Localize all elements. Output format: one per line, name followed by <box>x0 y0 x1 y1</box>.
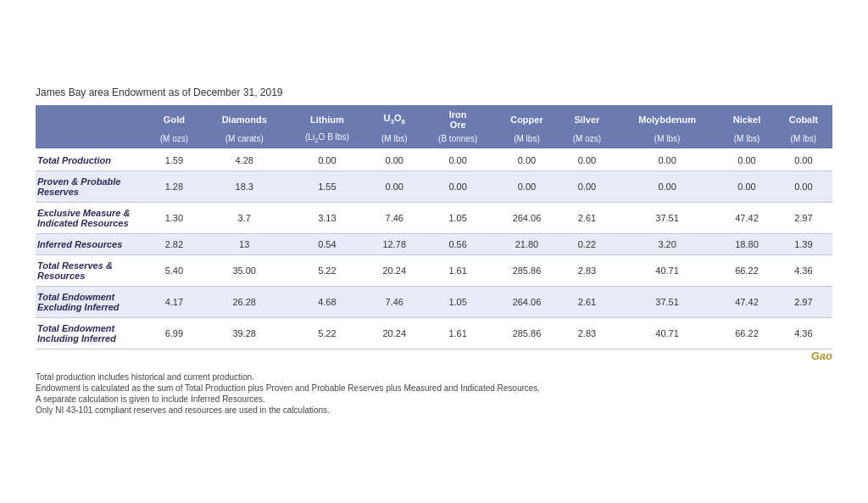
row-label-3: Inferred Resources <box>36 234 146 255</box>
cell-1-0: 1.28 <box>146 171 203 203</box>
row-label-0: Total Production <box>36 149 146 171</box>
gao-logo: Gao <box>36 349 832 362</box>
cell-4-2: 5.22 <box>287 255 368 287</box>
cell-2-1: 3.7 <box>203 203 287 234</box>
row-label-5: Total Endowment Excluding Inferred <box>36 287 146 318</box>
cell-0-1: 4.28 <box>203 149 287 171</box>
cell-3-6: 0.22 <box>559 234 615 255</box>
cell-2-3: 7.46 <box>368 203 420 234</box>
cell-6-3: 20.24 <box>368 318 420 349</box>
cell-0-6: 0.00 <box>559 149 615 171</box>
cell-5-2: 4.68 <box>287 287 368 318</box>
cell-3-8: 18.80 <box>719 234 774 255</box>
header-molybdenum: Molybdenum <box>615 105 720 131</box>
footnote-4: Only NI 43-101 compliant reserves and re… <box>36 405 832 415</box>
cell-6-6: 2.83 <box>559 318 615 349</box>
cell-1-8: 0.00 <box>719 171 774 203</box>
header-nickel: Nickel <box>719 105 774 131</box>
footnote-1: Total production includes historical and… <box>36 372 832 382</box>
header-unit-nickel: (M lbs) <box>719 131 774 149</box>
cell-5-3: 7.46 <box>368 287 420 318</box>
cell-3-9: 1.39 <box>775 234 832 255</box>
header-cobalt: Cobalt <box>775 105 832 131</box>
cell-1-7: 0.00 <box>615 171 720 203</box>
header-unit-molybdenum: (M lbs) <box>615 131 720 149</box>
cell-0-3: 0.00 <box>368 149 420 171</box>
cell-4-4: 1.61 <box>420 255 494 287</box>
cell-3-5: 21.80 <box>495 234 559 255</box>
cell-4-7: 40.71 <box>615 255 720 287</box>
cell-1-3: 0.00 <box>368 171 420 203</box>
header-copper: Copper <box>495 105 559 131</box>
cell-2-4: 1.05 <box>420 203 494 234</box>
footnote-section: Total production includes historical and… <box>36 372 832 415</box>
cell-0-0: 1.59 <box>146 149 203 171</box>
cell-1-9: 0.00 <box>775 171 832 203</box>
table-row: Total Reserves & Resources5.4035.005.222… <box>36 255 832 287</box>
cell-5-1: 26.28 <box>203 287 287 318</box>
cell-2-5: 264.06 <box>495 203 559 234</box>
cell-3-7: 3.20 <box>615 234 720 255</box>
cell-2-8: 47.42 <box>719 203 774 234</box>
table-row: Exclusive Measure & Indicated Resources1… <box>36 203 832 234</box>
header-unit-gold: (M ozs) <box>146 131 203 149</box>
cell-3-2: 0.54 <box>287 234 368 255</box>
main-container: James Bay area Endowment as of December … <box>27 70 841 433</box>
table-body: Total Production1.594.280.000.000.000.00… <box>36 149 832 349</box>
header-iron-ore: IronOre <box>420 105 494 131</box>
endowment-table: Gold Diamonds Lithium U3O8 IronOre Coppe… <box>36 105 832 349</box>
row-label-2: Exclusive Measure & Indicated Resources <box>36 203 146 234</box>
cell-2-6: 2.61 <box>559 203 615 234</box>
cell-3-4: 0.56 <box>420 234 494 255</box>
row-label-4: Total Reserves & Resources <box>36 255 146 287</box>
cell-4-9: 4.36 <box>775 255 832 287</box>
header-unit-copper: (M lbs) <box>495 131 559 149</box>
table-row: Total Endowment Excluding Inferred4.1726… <box>36 287 832 318</box>
cell-6-0: 6.99 <box>146 318 203 349</box>
header-unit-iron-ore: (B tonnes) <box>420 131 494 149</box>
cell-1-4: 0.00 <box>420 171 494 203</box>
cell-3-0: 2.82 <box>146 234 203 255</box>
cell-6-7: 40.71 <box>615 318 720 349</box>
table-row: Inferred Resources2.82130.5412.780.5621.… <box>36 234 832 255</box>
cell-5-8: 47.42 <box>719 287 774 318</box>
cell-4-0: 5.40 <box>146 255 203 287</box>
cell-4-1: 35.00 <box>203 255 287 287</box>
header-unit-silver: (M ozs) <box>559 131 615 149</box>
cell-5-4: 1.05 <box>420 287 494 318</box>
header-diamonds: Diamonds <box>203 105 287 131</box>
table-row: Proven & Probable Reserves1.2818.31.550.… <box>36 171 832 203</box>
header-gold: Gold <box>146 105 203 131</box>
table-row: Total Production1.594.280.000.000.000.00… <box>36 149 832 171</box>
header-silver: Silver <box>559 105 615 131</box>
header-unit-diamonds: (M carats) <box>203 131 287 149</box>
cell-5-7: 37.51 <box>615 287 720 318</box>
cell-5-6: 2.61 <box>559 287 615 318</box>
header-unit-cobalt: (M lbs) <box>775 131 832 149</box>
footnote-3: A separate calculation is given to inclu… <box>36 394 832 404</box>
cell-1-5: 0.00 <box>495 171 559 203</box>
cell-4-6: 2.83 <box>559 255 615 287</box>
cell-5-0: 4.17 <box>146 287 203 318</box>
cell-3-1: 13 <box>203 234 287 255</box>
cell-0-2: 0.00 <box>287 149 368 171</box>
cell-4-3: 20.24 <box>368 255 420 287</box>
cell-4-8: 66.22 <box>719 255 774 287</box>
cell-1-6: 0.00 <box>559 171 615 203</box>
cell-0-9: 0.00 <box>775 149 832 171</box>
cell-3-3: 12.78 <box>368 234 420 255</box>
table-row: Total Endowment Including Inferred6.9939… <box>36 318 832 349</box>
cell-6-9: 4.36 <box>775 318 832 349</box>
cell-2-2: 3.13 <box>287 203 368 234</box>
cell-6-2: 5.22 <box>287 318 368 349</box>
cell-2-9: 2.97 <box>775 203 832 234</box>
header-u3o8: U3O8 <box>368 105 420 131</box>
footnote-2: Endowment is calculated as the sum of To… <box>36 383 832 393</box>
cell-6-1: 39.28 <box>203 318 287 349</box>
cell-2-7: 37.51 <box>615 203 720 234</box>
header-unit-u3o8: (M lbs) <box>368 131 420 149</box>
cell-5-9: 2.97 <box>775 287 832 318</box>
row-label-6: Total Endowment Including Inferred <box>36 318 146 349</box>
header-unit-lithium: (Li2O B lbs) <box>287 131 368 149</box>
page-title: James Bay area Endowment as of December … <box>36 87 832 98</box>
